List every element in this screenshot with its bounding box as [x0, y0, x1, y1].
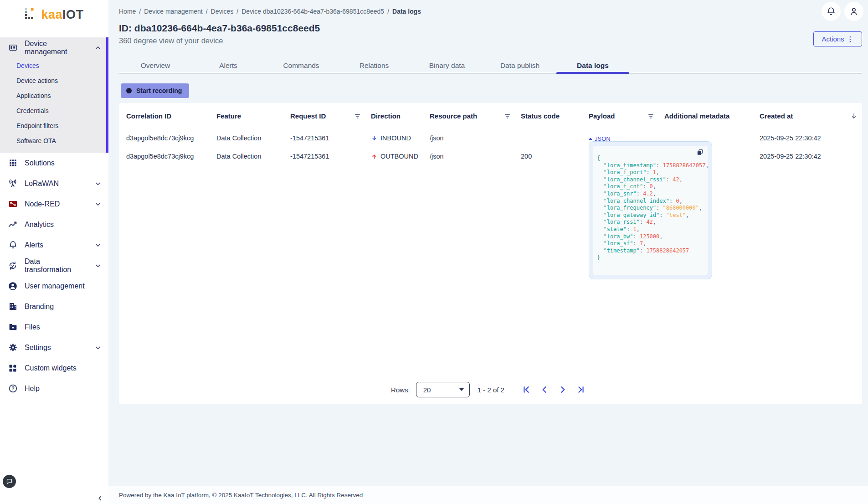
sidebar-collapse-icon[interactable]	[97, 495, 103, 501]
sidebar-item-device-management[interactable]: Device management	[0, 37, 108, 58]
sidebar-subitem-label: Applications	[16, 92, 51, 99]
node-red-icon	[8, 199, 18, 209]
actions-button[interactable]: Actions⋮	[813, 31, 862, 46]
sidebar-item-credentials[interactable]: Credentials	[0, 103, 108, 118]
sidebar-item-lorawan[interactable]: LoRaWAN	[0, 173, 108, 194]
column-header-label: Payload	[589, 112, 615, 120]
sidebar-item-settings[interactable]: Settings	[0, 337, 108, 358]
breadcrumb-item-device-dba10236-664b-4ea7-b36a-69851cc8eed5[interactable]: Device dba10236-664b-4ea7-b36a-69851cc8e…	[241, 8, 384, 15]
sidebar-subitem-label: Endpoint filters	[16, 122, 59, 129]
breadcrumb-item-device-management[interactable]: Device management	[144, 8, 202, 15]
column-header-payload: Payload	[589, 112, 664, 120]
breadcrumb-item-home[interactable]: Home	[119, 8, 136, 15]
first-page-icon[interactable]	[521, 384, 532, 395]
json-line: "lora_sf": 7,	[597, 240, 704, 247]
sidebar-item-label: Files	[25, 323, 40, 331]
breadcrumb-separator: /	[206, 8, 208, 15]
notifications-bell-icon[interactable]	[822, 2, 841, 21]
cell-feature: Data Collection	[216, 153, 290, 160]
lorawan-icon	[8, 179, 18, 189]
json-line: "lora_snr": 4.2,	[597, 190, 704, 198]
help-icon: ?	[8, 384, 18, 394]
sidebar-item-label: Data transformation	[25, 257, 88, 274]
copy-icon[interactable]	[696, 149, 704, 156]
rows-per-page-select[interactable]: 20	[416, 382, 470, 397]
chat-bubble-icon[interactable]	[3, 475, 16, 488]
footer: Powered by the Kaa IoT platform, © 2025 …	[108, 486, 868, 504]
sidebar-item-branding[interactable]: Branding	[0, 296, 108, 317]
tab-label: Data logs	[577, 62, 609, 70]
sort-descending-icon[interactable]	[845, 113, 862, 120]
tab-commands[interactable]: Commands	[265, 58, 338, 73]
tab-label: Alerts	[219, 62, 237, 70]
sidebar-item-software-ota[interactable]: Software OTA	[0, 133, 108, 148]
analytics-icon	[8, 220, 18, 230]
sidebar-item-user-management[interactable]: User management	[0, 276, 108, 296]
sidebar-item-files[interactable]: Files	[0, 317, 108, 337]
sidebar-item-devices[interactable]: Devices	[0, 58, 108, 73]
json-line: "lora_channel_index": 0,	[597, 198, 704, 205]
breadcrumb: Home/Device management/Devices/Device db…	[119, 8, 421, 15]
breadcrumb-item-devices[interactable]: Devices	[211, 8, 234, 15]
tab-relations[interactable]: Relations	[338, 58, 411, 73]
topbar-icons	[822, 2, 863, 21]
payload-json-box: { "lora_timestamp": 1758828642057, "lora…	[589, 141, 712, 279]
cell-request-id: -1547215361	[290, 134, 371, 142]
kaaiot-logo[interactable]: kaaIOT	[0, 0, 108, 29]
json-line: "state": 1,	[597, 226, 704, 233]
json-line: "lora_gateway_id": "test",	[597, 212, 704, 219]
column-header-request-id: Request ID	[290, 112, 371, 120]
sidebar-subitem-label: Credentials	[16, 107, 49, 114]
tab-label: Overview	[141, 62, 170, 70]
active-section-indicator	[106, 37, 108, 153]
data-logs-table: Correlation IDFeatureRequest IDDirection…	[119, 103, 862, 404]
tab-alerts[interactable]: Alerts	[192, 58, 265, 73]
previous-page-icon[interactable]	[539, 384, 550, 395]
tab-data-logs[interactable]: Data logs	[556, 58, 629, 73]
page-title: ID: dba10236-664b-4ea7-b36a-69851cc8eed5	[119, 23, 862, 34]
record-dot-icon	[126, 88, 132, 93]
json-line: "lora_f_cnt": 0,	[597, 183, 704, 190]
column-header-label: Feature	[216, 112, 241, 120]
sidebar-item-help[interactable]: ?Help	[0, 378, 108, 399]
tab-data-publish[interactable]: Data publish	[483, 58, 556, 73]
column-header-created-at: Created at	[760, 112, 845, 120]
filter-icon[interactable]	[648, 114, 653, 118]
sidebar-item-alerts[interactable]: Alerts	[0, 235, 108, 255]
start-recording-button[interactable]: Start recording	[121, 83, 189, 98]
sidebar-item-data-transformation[interactable]: Data transformation	[0, 255, 108, 276]
sidebar-subitem-label: Devices	[16, 62, 39, 69]
triangle-up-icon	[589, 138, 592, 140]
payload-json-inner: { "lora_timestamp": 1758828642057, "lora…	[593, 146, 708, 275]
table-row: d3apgol5e8dc73cj9kcgData Collection-1547…	[119, 147, 862, 165]
column-header-label: Status code	[521, 112, 560, 120]
sidebar-bottom	[0, 475, 108, 504]
sidebar-subitem-label: Software OTA	[16, 137, 56, 144]
sidebar-item-device-actions[interactable]: Device actions	[0, 73, 108, 88]
svg-text:?: ?	[11, 386, 14, 391]
sidebar-item-analytics[interactable]: Analytics	[0, 214, 108, 235]
tab-binary-data[interactable]: Binary data	[411, 58, 483, 73]
filter-icon[interactable]	[505, 114, 510, 118]
tab-label: Relations	[360, 62, 389, 70]
json-line: "lora_channel_rssi": 42,	[597, 176, 704, 184]
sidebar-item-applications[interactable]: Applications	[0, 88, 108, 103]
page-head: ID: dba10236-664b-4ea7-b36a-69851cc8eed5…	[119, 23, 862, 51]
next-page-icon[interactable]	[557, 384, 568, 395]
column-header-correlation-id: Correlation ID	[126, 112, 216, 120]
device-management-icon	[8, 43, 18, 53]
user-profile-icon[interactable]	[844, 2, 863, 21]
cell-feature: Data Collection	[216, 134, 290, 142]
sidebar: kaaIOT Device managementDevicesDevice ac…	[0, 0, 108, 504]
sidebar-item-endpoint-filters[interactable]: Endpoint filters	[0, 118, 108, 133]
sidebar-item-custom-widgets[interactable]: Custom widgets	[0, 358, 108, 378]
direction-label: INBOUND	[380, 134, 411, 142]
last-page-icon[interactable]	[575, 384, 586, 395]
json-line: "lora_frequency": "868000000",	[597, 205, 704, 212]
sidebar-item-node-red[interactable]: Node-RED	[0, 194, 108, 214]
sidebar-item-solutions[interactable]: Solutions	[0, 153, 108, 173]
sidebar-item-label: LoRaWAN	[25, 180, 59, 188]
column-header-feature: Feature	[216, 112, 290, 120]
filter-icon[interactable]	[355, 114, 360, 118]
tab-overview[interactable]: Overview	[119, 58, 192, 73]
